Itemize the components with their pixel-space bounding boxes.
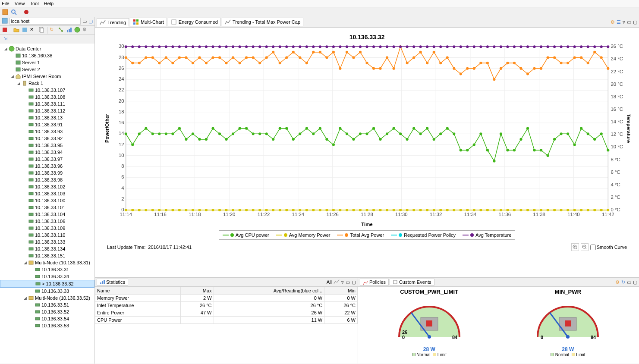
tree-node[interactable]: 10.136.33.100 (0, 197, 94, 204)
stats-chart-icon[interactable] (334, 279, 340, 286)
tab-trending[interactable]: Trending (97, 18, 129, 27)
table-row[interactable]: Memory Power2 W0 W0 W (95, 295, 358, 302)
tree-node[interactable]: 10.136.33.101 (0, 204, 94, 211)
dropdown-icon[interactable]: ⇲ (3, 36, 10, 43)
tree-twisty[interactable]: ◢ (23, 260, 27, 265)
tree-node[interactable]: 10.136.33.33 (0, 288, 94, 295)
legend-item[interactable]: Requested Power Policy (391, 232, 456, 238)
chart-icon[interactable] (66, 27, 73, 34)
tab-statistics[interactable]: Statistics (97, 279, 128, 286)
tree-node[interactable]: 10.136.33.93 (0, 128, 94, 135)
filter-all[interactable]: All (327, 279, 332, 285)
tree-node[interactable]: 10.136.33.104 (0, 211, 94, 218)
refresh-icon[interactable]: ↻ (50, 27, 57, 34)
tree-node[interactable]: 10.136.33.103 (0, 190, 94, 197)
tree-node[interactable]: 10.136.33.102 (0, 183, 94, 190)
tree-node[interactable]: 10.136.33.107 (0, 87, 94, 94)
stop-icon[interactable] (2, 27, 9, 34)
tree-node[interactable]: ◢Data Center (0, 45, 94, 52)
smooth-curve-checkbox[interactable]: Smooth Curve (590, 245, 627, 250)
col-header[interactable]: Name (95, 287, 181, 295)
menu-view[interactable]: View (15, 1, 25, 6)
tree-node[interactable]: 10.136.33.98 (0, 176, 94, 183)
tree-node[interactable]: 10.136.33.53 (0, 322, 94, 329)
col-header[interactable]: Min (324, 287, 358, 295)
tree-node[interactable]: 10.136.33.106 (0, 218, 94, 225)
record-icon[interactable] (23, 9, 30, 16)
gear-icon[interactable]: ⚙ (82, 27, 89, 34)
tree-icon[interactable] (58, 27, 65, 34)
tree-twisty[interactable]: ◢ (23, 296, 27, 300)
tab-multi-chart[interactable]: Multi-Chart (130, 18, 167, 26)
tree-node[interactable]: 10.136.33.111 (0, 100, 94, 107)
tree-node[interactable]: 10.136.33.112 (0, 107, 94, 114)
legend-item[interactable]: Total Avg Power (337, 232, 384, 238)
tree-node[interactable]: Server 1 (0, 59, 94, 66)
tree-node[interactable]: ◢Multi-Node (10.136.33.31) (0, 259, 94, 266)
tree-node[interactable]: 10.136.33.92 (0, 135, 94, 142)
tree-node[interactable]: 10.136.33.54 (0, 315, 94, 322)
menu-tool[interactable]: Tool (30, 1, 38, 6)
tree-node[interactable]: 10.136.33.52 (0, 308, 94, 315)
trending-chart[interactable]: 0246810121416182022242628300 °C2 °C4 °C6… (104, 42, 630, 228)
tree-node[interactable]: 10.136.33.133 (0, 238, 94, 245)
host-input[interactable] (9, 18, 81, 25)
table-row[interactable]: CPU Power11 W6 W (95, 317, 358, 324)
tree-twisty[interactable]: ◢ (16, 81, 21, 85)
col-header[interactable]: Max (180, 287, 214, 295)
tree-node[interactable]: > 10.136.33.32 (0, 280, 94, 288)
find-icon[interactable] (10, 9, 17, 16)
restore-icon[interactable]: ▭ (627, 19, 631, 25)
min-icon[interactable]: ▿ (623, 19, 625, 25)
tree-node[interactable]: 10.136.33.91 (0, 121, 94, 128)
menu-file[interactable]: File (2, 1, 9, 6)
stats-min-icon[interactable]: ▭ (346, 279, 350, 285)
tree-node[interactable]: 10.136.33.99 (0, 169, 94, 176)
menu-help[interactable]: Help (44, 1, 54, 6)
tab-custom-events[interactable]: Custom Events (390, 279, 434, 286)
tree-node[interactable]: 10.136.33.31 (0, 266, 94, 273)
tree-node[interactable]: ◢Rack 1 (0, 80, 94, 87)
tree-node[interactable]: 10.136.33.13 (0, 114, 94, 121)
pol-min-icon[interactable]: ▭ (627, 279, 631, 285)
minimize-panel-icon[interactable]: ▭ (82, 19, 87, 24)
max-icon[interactable]: ▢ (633, 19, 637, 25)
tree-node[interactable]: 10.136.33.97 (0, 156, 94, 163)
tree-twisty[interactable]: ◢ (3, 47, 8, 51)
pol-settings-icon[interactable]: ⚙ (615, 279, 620, 285)
tab-policies[interactable]: Policies (360, 279, 389, 286)
col-header[interactable]: Avg/Reading(blue col... (214, 287, 324, 295)
tree-node[interactable]: 10.136.33.108 (0, 94, 94, 100)
tab-trending---total-max-power-cap[interactable]: Trending - Total Max Power Cap (222, 18, 303, 26)
tree-node[interactable]: 10.136.33.134 (0, 245, 94, 252)
tree-node[interactable]: 10.136.33.94 (0, 149, 94, 156)
table-row[interactable]: Entire Power47 W26 W22 W (95, 309, 358, 317)
db-icon[interactable] (2, 9, 9, 16)
delete-icon[interactable]: ✕ (30, 27, 37, 34)
tree-node[interactable]: 10.136.33.51 (0, 301, 94, 308)
tree-node[interactable]: 10.136.33.95 (0, 142, 94, 149)
tree-node[interactable]: 10.136.33.34 (0, 273, 94, 280)
tab-energy-consumed[interactable]: Energy Consumed (168, 18, 221, 26)
save-icon[interactable] (22, 27, 28, 34)
tree-node[interactable]: ◢Multi-Node (10.136.33.52) (0, 295, 94, 301)
tree-node[interactable]: 10.136.33.151 (0, 252, 94, 259)
pol-max-icon[interactable]: ▢ (633, 279, 637, 285)
tree-node[interactable]: 10.136.33.96 (0, 163, 94, 169)
open-icon[interactable] (13, 27, 20, 34)
legend-item[interactable]: Avg Memory Power (276, 232, 331, 238)
tree-node[interactable]: ◢IPMI Server Room (0, 73, 94, 80)
list-icon[interactable]: ☰ (617, 19, 621, 25)
tree-node[interactable]: 10.136.160.38 (0, 52, 94, 59)
stats-dropdown-icon[interactable]: ▿ (341, 279, 344, 285)
tree-twisty[interactable]: ◢ (10, 74, 14, 78)
pol-refresh-icon[interactable]: ↻ (621, 279, 625, 285)
world-icon[interactable] (74, 27, 81, 34)
zoom-in-icon[interactable] (571, 243, 579, 251)
tree-node[interactable]: 10.136.33.110 (0, 232, 94, 238)
tree-node[interactable]: 10.136.33.109 (0, 225, 94, 232)
maximize-panel-icon[interactable]: ▢ (88, 19, 93, 24)
legend-item[interactable]: Avg CPU power (223, 232, 269, 238)
zoom-out-icon[interactable] (581, 243, 589, 251)
tree-node[interactable]: Server 2 (0, 66, 94, 73)
